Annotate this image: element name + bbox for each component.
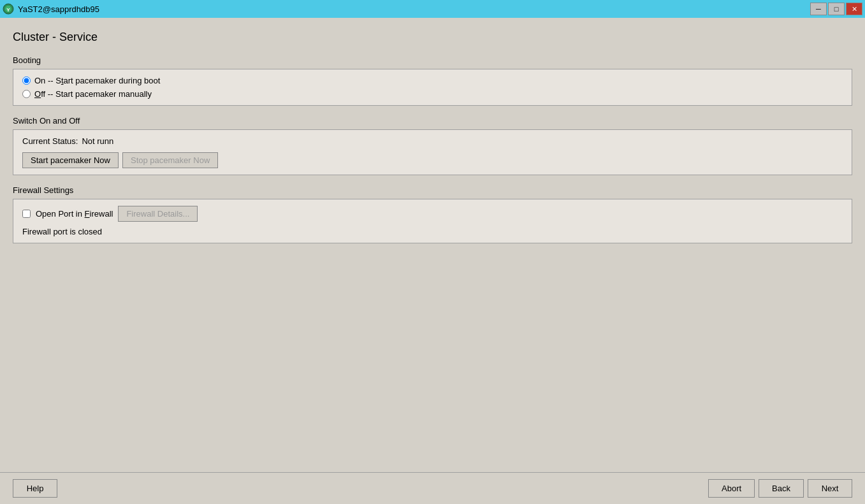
stop-pacemaker-button[interactable]: Stop pacemaker Now	[122, 152, 218, 168]
start-pacemaker-button[interactable]: Start pacemaker Now	[22, 152, 119, 168]
open-port-checkbox[interactable]	[22, 210, 31, 218]
page-title: Cluster - Service	[13, 31, 852, 44]
next-button[interactable]: Next	[808, 479, 852, 498]
bottom-left: Help	[13, 479, 57, 498]
firewall-port-status: Firewall port is closed	[22, 227, 843, 236]
titlebar-left: Y YaST2@sapprdhdb95	[3, 3, 99, 15]
window-title: YaST2@sapprdhdb95	[18, 4, 99, 14]
close-button[interactable]: ✕	[846, 3, 862, 15]
help-button[interactable]: Help	[13, 479, 57, 498]
firewall-checkbox-row: Open Port in Firewall Firewall Details..…	[22, 206, 843, 222]
radio-on-label[interactable]: On -- Start pacemaker during boot	[34, 76, 160, 85]
switch-section: Current Status: Not runn Start pacemaker…	[13, 129, 852, 175]
radio-off-label[interactable]: Off -- Start pacemaker manually	[34, 89, 152, 99]
booting-label: Booting	[13, 55, 852, 65]
bottom-right: Abort Back Next	[708, 479, 852, 498]
status-row: Current Status: Not runn	[22, 136, 843, 146]
maximize-button[interactable]: □	[828, 3, 845, 15]
booting-section: On -- Start pacemaker during boot Off --…	[13, 69, 852, 106]
radio-on-input[interactable]	[22, 76, 31, 85]
radio-on-row: On -- Start pacemaker during boot	[22, 76, 843, 85]
back-button[interactable]: Back	[759, 479, 804, 498]
current-status-label: Current Status:	[22, 136, 78, 146]
main-content: Cluster - Service Booting On -- Start pa…	[0, 18, 865, 504]
firewall-label: Firewall Settings	[13, 185, 852, 195]
yast-icon: Y	[3, 3, 14, 15]
switch-label: Switch On and Off	[13, 116, 852, 126]
titlebar-buttons: ─ □ ✕	[810, 3, 862, 15]
abort-button[interactable]: Abort	[708, 479, 755, 498]
radio-off-input[interactable]	[22, 90, 31, 98]
minimize-button[interactable]: ─	[810, 3, 827, 15]
firewall-section: Open Port in Firewall Firewall Details..…	[13, 199, 852, 243]
open-port-label[interactable]: Open Port in Firewall	[36, 209, 113, 219]
service-buttons-row: Start pacemaker Now Stop pacemaker Now	[22, 152, 843, 168]
current-status-value: Not runn	[82, 136, 113, 146]
firewall-details-button[interactable]: Firewall Details...	[118, 206, 198, 222]
radio-off-row: Off -- Start pacemaker manually	[22, 89, 843, 99]
svg-text:Y: Y	[6, 7, 10, 13]
bottom-bar: Help Abort Back Next	[0, 472, 865, 504]
titlebar: Y YaST2@sapprdhdb95 ─ □ ✕	[0, 0, 865, 18]
